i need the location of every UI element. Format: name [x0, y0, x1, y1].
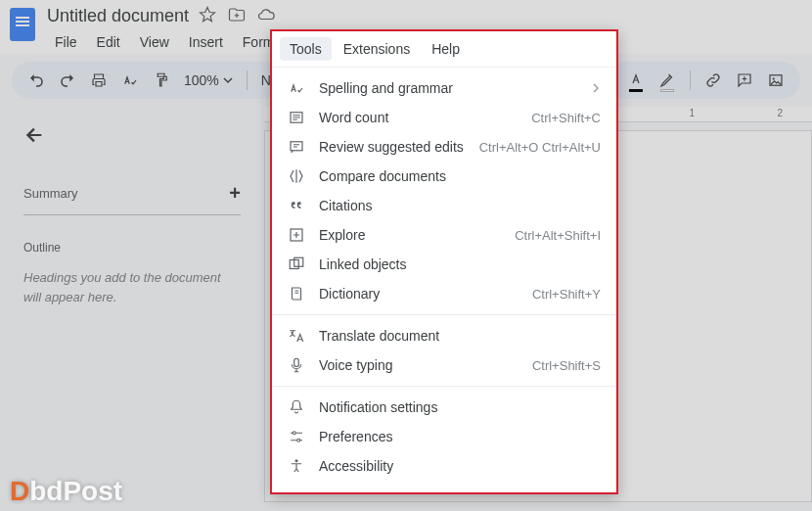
outline-sidebar: Summary + Outline Headings you add to th…: [0, 107, 264, 510]
menu-item-label: Translate document: [319, 328, 601, 344]
menu-item-label: Notification settings: [319, 399, 601, 415]
svg-point-1: [773, 77, 775, 79]
tools-header-help[interactable]: Help: [422, 37, 470, 61]
menu-item-word-count[interactable]: Word countCtrl+Shift+C: [272, 103, 616, 132]
spellcheck-button[interactable]: [115, 66, 145, 95]
move-icon[interactable]: [228, 6, 246, 26]
menu-edit[interactable]: Edit: [89, 30, 128, 54]
tools-header-extensions[interactable]: Extensions: [334, 37, 420, 61]
menu-item-label: Linked objects: [319, 256, 601, 272]
menu-item-compare-documents[interactable]: Compare documents: [272, 162, 616, 191]
docs-logo-icon[interactable]: [10, 8, 35, 41]
add-comment-button[interactable]: [730, 66, 759, 95]
menu-item-explore[interactable]: ExploreCtrl+Alt+Shift+I: [272, 220, 616, 250]
menu-item-label: Accessibility: [319, 458, 601, 474]
svg-rect-3: [291, 142, 302, 151]
menu-item-label: Voice typing: [319, 357, 519, 373]
menu-file[interactable]: File: [47, 30, 85, 54]
highlight-color-button[interactable]: [653, 66, 682, 95]
cloud-status-icon[interactable]: [257, 6, 275, 26]
paint-format-button[interactable]: [147, 66, 176, 95]
menu-item-shortcut: Ctrl+Shift+Y: [532, 287, 601, 302]
menu-item-review-suggested-edits[interactable]: Review suggested editsCtrl+Alt+O Ctrl+Al…: [272, 132, 616, 162]
menu-item-notification-settings[interactable]: Notification settings: [272, 393, 616, 422]
menu-item-shortcut: Ctrl+Alt+O Ctrl+Alt+U: [479, 140, 601, 155]
menu-item-preferences[interactable]: Preferences: [272, 422, 616, 451]
linked-icon: [288, 256, 305, 273]
menu-divider: [272, 314, 616, 315]
summary-label: Summary: [23, 186, 78, 201]
tools-header-tools[interactable]: Tools: [280, 37, 332, 61]
outline-empty-hint: Headings you add to the document will ap…: [23, 268, 241, 306]
document-title[interactable]: Untitled document: [47, 6, 189, 26]
cite-icon: [288, 197, 305, 214]
submenu-arrow-icon: [591, 80, 601, 96]
insert-link-button[interactable]: [699, 66, 728, 95]
menu-item-dictionary[interactable]: DictionaryCtrl+Shift+Y: [272, 279, 616, 308]
bell-icon: [288, 398, 305, 416]
menu-item-shortcut: Ctrl+Shift+C: [531, 111, 601, 125]
zoom-dropdown[interactable]: 100%: [178, 72, 239, 88]
voice-icon: [288, 356, 305, 374]
tools-dropdown: Tools Extensions Help Spelling and gramm…: [270, 29, 618, 494]
review-icon: [288, 138, 305, 156]
menu-item-label: Preferences: [319, 429, 601, 444]
svg-point-10: [295, 459, 298, 462]
print-button[interactable]: [84, 66, 113, 95]
translate-icon: [288, 327, 305, 345]
menu-item-translate-document[interactable]: Translate document: [272, 321, 616, 350]
dict-icon: [288, 285, 305, 302]
menu-item-label: Spelling and grammar: [319, 80, 577, 96]
spell-icon: [288, 79, 305, 97]
menu-divider: [272, 386, 616, 387]
menu-item-shortcut: Ctrl+Shift+S: [532, 358, 601, 373]
menu-item-label: Explore: [319, 227, 501, 243]
menu-item-label: Compare documents: [319, 168, 601, 184]
menu-item-spelling-and-grammar[interactable]: Spelling and grammar: [272, 73, 616, 103]
watermark: DbdPost: [0, 472, 132, 511]
menu-item-label: Citations: [319, 198, 601, 213]
compare-icon: [288, 167, 305, 185]
menu-view[interactable]: View: [132, 30, 177, 54]
add-summary-button[interactable]: +: [229, 182, 241, 205]
menu-insert[interactable]: Insert: [181, 30, 231, 54]
count-icon: [288, 109, 305, 126]
svg-point-9: [297, 439, 300, 441]
text-color-button[interactable]: [621, 66, 651, 95]
menu-item-linked-objects[interactable]: Linked objects: [272, 250, 616, 279]
undo-button[interactable]: [22, 66, 51, 95]
menu-item-citations[interactable]: Citations: [272, 191, 616, 220]
menu-item-label: Review suggested edits: [319, 139, 466, 155]
outline-label: Outline: [23, 241, 241, 255]
menu-item-voice-typing[interactable]: Voice typingCtrl+Shift+S: [272, 350, 616, 380]
menu-item-label: Word count: [319, 110, 518, 125]
star-icon[interactable]: [199, 6, 216, 26]
access-icon: [288, 457, 305, 475]
menu-item-accessibility[interactable]: Accessibility: [272, 451, 616, 481]
svg-rect-7: [294, 358, 299, 366]
explore-icon: [288, 226, 305, 244]
prefs-icon: [288, 428, 305, 445]
redo-button[interactable]: [53, 66, 82, 95]
menu-item-label: Dictionary: [319, 286, 519, 302]
svg-point-8: [293, 432, 295, 435]
collapse-outline-button[interactable]: [23, 133, 45, 149]
menu-item-shortcut: Ctrl+Alt+Shift+I: [515, 228, 601, 243]
insert-image-button[interactable]: [761, 66, 790, 95]
